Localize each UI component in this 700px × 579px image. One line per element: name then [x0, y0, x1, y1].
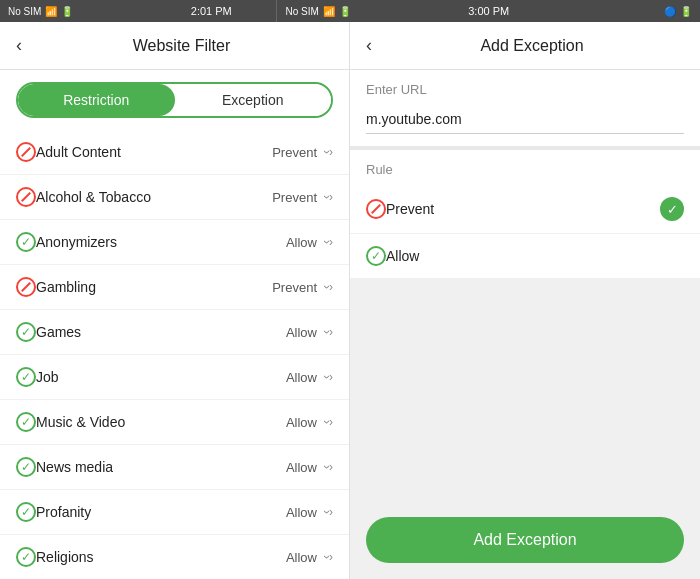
filter-status-job: Allow	[286, 370, 317, 385]
filter-item-adult-content[interactable]: Adult Content Prevent ›	[0, 130, 349, 175]
filter-status-anonymizers: Allow	[286, 235, 317, 250]
filter-name-religions: Religions	[36, 549, 286, 565]
left-carrier: No SIM	[8, 6, 41, 17]
filter-status-adult-content: Prevent	[272, 145, 317, 160]
left-panel-title: Website Filter	[30, 37, 333, 55]
empty-area	[350, 279, 700, 501]
chevron-music-video: ›	[325, 415, 333, 429]
prevent-icon-alcohol	[16, 187, 36, 207]
prevent-icon-adult-content	[16, 142, 36, 162]
allow-icon-religions	[16, 547, 36, 567]
filter-item-news-media[interactable]: News media Allow ›	[0, 445, 349, 490]
left-panel: ‹ Website Filter Restriction Exception A…	[0, 22, 350, 579]
filter-name-anonymizers: Anonymizers	[36, 234, 286, 250]
filter-name-news-media: News media	[36, 459, 286, 475]
status-bar-center: 2:01 PM	[146, 0, 276, 22]
left-panel-header: ‹ Website Filter	[0, 22, 349, 70]
filter-name-games: Games	[36, 324, 286, 340]
add-exception-button[interactable]: Add Exception	[366, 517, 684, 563]
right-back-button[interactable]: ‹	[366, 35, 372, 56]
left-signal: 📶	[45, 6, 57, 17]
left-battery: 🔋	[61, 6, 73, 17]
right-panel: ‹ Add Exception Enter URL Rule Prevent ✓…	[350, 22, 700, 579]
filter-list: Adult Content Prevent › Alcohol & Tobacc…	[0, 130, 349, 579]
filter-status-gambling: Prevent	[272, 280, 317, 295]
filter-name-profanity: Profanity	[36, 504, 286, 520]
allow-icon-rule	[366, 246, 386, 266]
chevron-religions: ›	[325, 550, 333, 564]
allow-icon-music-video	[16, 412, 36, 432]
chevron-job: ›	[325, 370, 333, 384]
filter-item-alcohol[interactable]: Alcohol & Tobacco Prevent ›	[0, 175, 349, 220]
filter-item-profanity[interactable]: Profanity Allow ›	[0, 490, 349, 535]
allow-icon-news-media	[16, 457, 36, 477]
allow-icon-job	[16, 367, 36, 387]
url-label: Enter URL	[350, 70, 700, 101]
filter-item-games[interactable]: Games Allow ›	[0, 310, 349, 355]
rule-label-allow: Allow	[386, 248, 684, 264]
prevent-icon-gambling	[16, 277, 36, 297]
url-input[interactable]	[366, 105, 684, 134]
right-panel-title: Add Exception	[380, 37, 684, 55]
left-time: 2:01 PM	[191, 5, 232, 17]
chevron-adult-content: ›	[325, 145, 333, 159]
chevron-news-media: ›	[325, 460, 333, 474]
add-exception-container: Add Exception	[350, 501, 700, 579]
filter-item-anonymizers[interactable]: Anonymizers Allow ›	[0, 220, 349, 265]
tab-restriction[interactable]: Restriction	[18, 84, 175, 116]
allow-icon-profanity	[16, 502, 36, 522]
filter-status-profanity: Allow	[286, 505, 317, 520]
filter-status-news-media: Allow	[286, 460, 317, 475]
right-time: 3:00 PM	[468, 5, 509, 17]
rule-label: Rule	[350, 150, 700, 185]
allow-icon-games	[16, 322, 36, 342]
status-bars: No SIM 📶 🔋 2:01 PM No SIM 📶 🔋 3:00 PM 🔵 …	[0, 0, 700, 22]
right-carrier: No SIM	[285, 6, 318, 17]
status-bar-right-right: 🔵 🔋	[554, 0, 700, 22]
filter-name-gambling: Gambling	[36, 279, 272, 295]
filter-item-gambling[interactable]: Gambling Prevent ›	[0, 265, 349, 310]
status-bar-right-center: 3:00 PM	[424, 0, 554, 22]
status-bar-left: No SIM 📶 🔋	[0, 0, 146, 22]
right-battery: 🔋	[339, 6, 351, 17]
left-back-button[interactable]: ‹	[16, 35, 22, 56]
filter-item-music-video[interactable]: Music & Video Allow ›	[0, 400, 349, 445]
status-bar-right-left: No SIM 📶 🔋	[277, 0, 423, 22]
right-battery-right: 🔋	[680, 6, 692, 17]
chevron-gambling: ›	[325, 280, 333, 294]
right-signal: 📶	[323, 6, 335, 17]
filter-status-music-video: Allow	[286, 415, 317, 430]
rule-label-prevent: Prevent	[386, 201, 660, 217]
filter-name-adult-content: Adult Content	[36, 144, 272, 160]
allow-icon-anonymizers	[16, 232, 36, 252]
chevron-profanity: ›	[325, 505, 333, 519]
chevron-alcohol: ›	[325, 190, 333, 204]
chevron-anonymizers: ›	[325, 235, 333, 249]
filter-item-religions[interactable]: Religions Allow ›	[0, 535, 349, 579]
tab-exception[interactable]: Exception	[175, 84, 332, 116]
rule-item-prevent[interactable]: Prevent ✓	[350, 185, 700, 234]
filter-status-alcohol: Prevent	[272, 190, 317, 205]
tab-toggle: Restriction Exception	[16, 82, 333, 118]
rule-section: Rule Prevent ✓ Allow	[350, 150, 700, 279]
right-panel-header: ‹ Add Exception	[350, 22, 700, 70]
filter-status-religions: Allow	[286, 550, 317, 565]
rule-check-prevent: ✓	[660, 197, 684, 221]
rule-item-allow[interactable]: Allow	[350, 234, 700, 279]
main-content: ‹ Website Filter Restriction Exception A…	[0, 22, 700, 579]
prevent-icon-rule	[366, 199, 386, 219]
filter-status-games: Allow	[286, 325, 317, 340]
filter-name-alcohol: Alcohol & Tobacco	[36, 189, 272, 205]
filter-name-music-video: Music & Video	[36, 414, 286, 430]
filter-item-job[interactable]: Job Allow ›	[0, 355, 349, 400]
url-input-container	[350, 101, 700, 150]
right-bt: 🔵	[664, 6, 676, 17]
chevron-games: ›	[325, 325, 333, 339]
filter-name-job: Job	[36, 369, 286, 385]
